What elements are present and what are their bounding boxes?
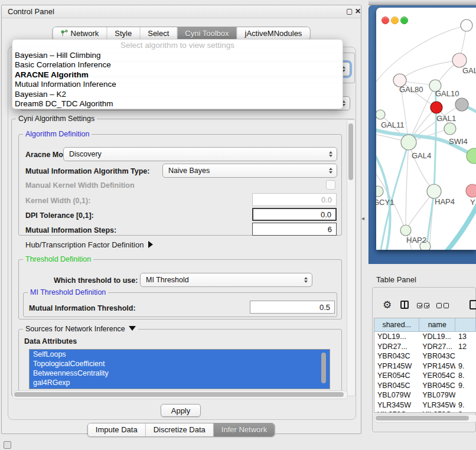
combo-updown-icon — [329, 151, 332, 157]
kernel-width-field[interactable]: 0.0 — [252, 193, 337, 206]
algorithm-definition-title: Algorithm Definition — [23, 130, 92, 138]
dropdown-item-dream8[interactable]: Dream8 DC_TDC Algorithm — [12, 99, 343, 109]
which-threshold-label: Which threshold to use: — [54, 276, 138, 285]
float-window-icon[interactable]: ▢ — [346, 7, 353, 15]
tab-impute-data[interactable]: Impute Data — [88, 423, 146, 436]
manual-kernel-width-label: Manual Kernel Width Definition — [25, 181, 135, 190]
node-unlabeled-top[interactable] — [461, 19, 472, 31]
table-row[interactable]: YDR27...YDR27...12 — [374, 342, 476, 352]
desktop-window-top-edge — [369, 0, 476, 5]
sources-group-title: Sources for Network Inference — [23, 325, 138, 333]
threshold-definition-title: Threshold Definition — [23, 255, 93, 263]
data-attributes-label: Data Attributes — [24, 337, 77, 345]
deselect-all-check-icon[interactable] — [436, 303, 442, 308]
node-attribute-table: shared... name YDL19...YDL19...13 YDR27.… — [374, 318, 476, 413]
attributes-scrollbar-thumb[interactable] — [321, 353, 326, 383]
column-view-icon[interactable] — [400, 301, 409, 309]
dropdown-item-mutual-information[interactable]: Mutual Information Inference — [12, 80, 343, 89]
table-row[interactable]: YBR045CYBR045C9. — [374, 381, 476, 391]
which-threshold-combo[interactable]: MI Threshold — [140, 273, 312, 287]
table-row[interactable]: YPR145WYPR145W9. — [374, 361, 476, 371]
table-row[interactable]: YBL079WYBL079W — [374, 390, 476, 400]
network-icon — [61, 30, 69, 37]
list-item-gal4rgexp[interactable]: gal4RGexp — [30, 378, 330, 387]
node-gal11[interactable] — [376, 110, 385, 119]
select-all-check-icon[interactable] — [424, 303, 429, 308]
table-row[interactable]: YBR043CYBR043C — [374, 351, 476, 361]
column-header-shared-name[interactable]: shared... — [374, 318, 419, 332]
manual-kernel-width-checkbox[interactable] — [326, 180, 335, 190]
node-label-y-partial: Y — [470, 198, 475, 207]
table-mode-icon-partial[interactable] — [470, 300, 476, 309]
node-selected-red[interactable] — [431, 102, 442, 113]
apply-button[interactable]: Apply — [161, 404, 201, 417]
node-pink-right[interactable] — [466, 184, 476, 197]
dropdown-placeholder: Select algorithm to view settings — [12, 41, 343, 51]
node-hap4[interactable] — [427, 184, 441, 198]
tab-network[interactable]: Network — [53, 27, 107, 40]
mi-steps-field[interactable]: 6 — [252, 223, 337, 236]
settings-horizontal-scrollbar[interactable] — [12, 390, 348, 399]
minimized-panel-grip[interactable] — [4, 441, 11, 449]
settings-vscrollbar-thumb[interactable] — [348, 123, 353, 180]
table-horizontal-scrollbar[interactable] — [374, 414, 476, 423]
table-row[interactable]: YER054CYER054C8. — [374, 371, 476, 381]
tab-infer-network[interactable]: Infer Network — [214, 423, 275, 436]
bottom-tabbar: Impute Data Discretize Data Infer Networ… — [87, 423, 275, 437]
select-all-check-icon[interactable] — [417, 303, 422, 308]
data-attributes-list: SelfLoops TopologicalCoefficient Between… — [29, 349, 330, 389]
table-hscrollbar-thumb[interactable] — [376, 416, 469, 420]
node-hap2[interactable] — [400, 225, 411, 236]
table-panel-title: Table Panel — [376, 275, 416, 284]
tab-jactivemnodules[interactable]: jActiveMNodules — [237, 27, 310, 40]
aracne-mode-combo[interactable]: Discovery — [63, 147, 337, 161]
settings-hscrollbar-thumb[interactable] — [14, 392, 344, 397]
node-gal4[interactable] — [401, 135, 416, 150]
node-gal1[interactable] — [444, 123, 456, 135]
dropdown-item-bayesian-k2[interactable]: Bayesian – K2 — [12, 90, 343, 99]
close-window-icon[interactable]: ✕ — [355, 7, 361, 15]
control-panel-window: Control Panel ▢ ✕ Network Style — [1, 5, 361, 434]
column-header-name[interactable]: name — [419, 318, 455, 332]
kernel-width-label: Kernel Width (0,1): — [25, 197, 90, 205]
node-gal-partial[interactable] — [452, 53, 467, 67]
dropdown-item-bayesian-hill-climbing[interactable]: Bayesian – Hill Climbing — [12, 51, 343, 60]
dropdown-item-basic-correlation[interactable]: Basic Correlation Inference — [12, 60, 343, 70]
node-gray[interactable] — [455, 98, 468, 111]
list-item-topologicalcoefficient[interactable]: TopologicalCoefficient — [30, 359, 330, 369]
combo-updown-icon — [329, 168, 332, 174]
node-label-gal4: GAL4 — [412, 151, 431, 160]
table-row[interactable]: YLR345WYLR345W9. — [374, 400, 476, 410]
tab-select[interactable]: Select — [140, 27, 177, 40]
tab-cyni-toolbox[interactable]: Cyni Toolbox — [177, 27, 237, 40]
screen: Control Panel ▢ ✕ Network Style — [0, 0, 476, 450]
attributes-list-scrollbar[interactable] — [321, 350, 327, 388]
table-row[interactable]: YIL052CYIL052C9 — [374, 410, 476, 413]
list-item-selfloops[interactable]: SelfLoops — [30, 350, 330, 359]
node-label-hap2: HAP2 — [406, 236, 426, 244]
node-label-gal1: GAL1 — [436, 114, 456, 123]
tab-style[interactable]: Style — [107, 27, 140, 40]
mi-algorithm-type-label: Mutual Information Algorithm Type: — [25, 167, 149, 175]
gear-icon[interactable]: ⚙ — [383, 299, 392, 311]
tab-discretize-data[interactable]: Discretize Data — [146, 423, 214, 436]
control-panel-title: Control Panel — [8, 7, 54, 16]
dropdown-item-aracne[interactable]: ARACNE Algorithm — [12, 70, 343, 80]
node-gcy1[interactable] — [376, 186, 383, 197]
mi-algorithm-type-combo[interactable]: Naive Bayes — [162, 164, 337, 178]
list-item-betweennesscentrality[interactable]: BetweennessCentrality — [30, 369, 330, 378]
node-label-gal11: GAL11 — [381, 120, 405, 129]
mi-steps-label: Mutual Information Steps: — [25, 226, 116, 234]
table-row[interactable]: YDL19...YDL19...13 — [374, 332, 476, 342]
mi-threshold-label: Mutual Information Threshold: — [29, 304, 136, 312]
network-view-window: GAL GAL80 GAL10 GAL1 GAL11 SWI4 GAL4 GCY… — [376, 8, 476, 250]
panel-collapse-arrow-icon[interactable]: ◂ — [361, 215, 364, 221]
dpi-tolerance-field[interactable]: 0.0 — [252, 208, 337, 221]
combo-updown-icon — [304, 277, 308, 283]
hub-tf-definition-toggle[interactable]: Hub/Transcription Factor Definition — [25, 240, 153, 249]
column-header-partial[interactable] — [455, 318, 476, 332]
deselect-all-check-icon[interactable] — [444, 303, 449, 308]
table-header-row: shared... name — [374, 318, 476, 332]
mi-threshold-field[interactable]: 0.5 — [250, 301, 335, 314]
settings-vertical-scrollbar[interactable] — [347, 119, 356, 396]
